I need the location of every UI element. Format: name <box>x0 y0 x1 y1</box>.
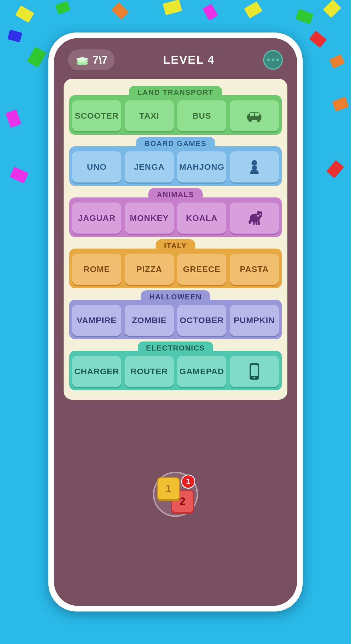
confetti-piece <box>244 1 262 19</box>
phone-frame: 7\7 LEVEL 4 LAND TRANSPORT SCOOTER TAXI … <box>48 32 303 612</box>
word-card-phone-icon[interactable] <box>230 356 279 387</box>
word-card-scooter[interactable]: SCOOTER <box>72 100 121 131</box>
layers-icon <box>75 53 89 67</box>
svg-rect-21 <box>258 221 260 225</box>
word-card-greece[interactable]: GREECE <box>177 254 226 285</box>
confetti-piece <box>15 5 34 23</box>
svg-point-6 <box>257 119 260 122</box>
category-label-board-games: BOARD GAMES <box>136 137 215 150</box>
category-board-games: BOARD GAMES UNO JENGA MAHJONG <box>69 137 281 186</box>
category-label-electronics: ELECTRONICS <box>138 341 213 355</box>
svg-rect-20 <box>255 221 257 225</box>
confetti-piece <box>329 54 345 69</box>
category-row-halloween: VAMPIRE ZOMBIE OCTOBER PUMPKIN <box>69 300 281 339</box>
svg-rect-23 <box>251 365 258 376</box>
svg-point-18 <box>257 215 259 217</box>
category-row-italy: ROME PIZZA GREECE PASTA <box>69 249 281 288</box>
word-card-taxi[interactable]: TAXI <box>125 100 174 131</box>
category-halloween: HALLOWEEN VAMPIRE ZOMBIE OCTOBER PUMPKIN <box>69 290 281 339</box>
category-row-board-games: UNO JENGA MAHJONG <box>69 146 281 186</box>
svg-point-2 <box>77 57 88 61</box>
word-card-bus[interactable]: BUS <box>177 100 226 131</box>
puzzle-button[interactable]: 1 2 1 <box>156 475 195 514</box>
word-card-pizza[interactable]: PIZZA <box>125 254 174 285</box>
svg-point-17 <box>259 214 261 215</box>
word-card-charger[interactable]: CHARGER <box>72 356 121 387</box>
confetti-piece <box>27 47 47 68</box>
category-row-animals: JAGUAR MONKEY KOALA <box>69 197 281 237</box>
category-label-halloween: HALLOWEEN <box>141 290 210 304</box>
confetti-piece <box>5 109 21 128</box>
word-card-october[interactable]: OCTOBER <box>177 305 226 336</box>
score-badge: 7\7 <box>68 49 115 70</box>
svg-rect-19 <box>253 221 255 225</box>
header: 7\7 LEVEL 4 <box>54 38 297 79</box>
confetti-piece <box>7 30 22 42</box>
category-row-land-transport: SCOOTER TAXI BUS <box>69 95 281 135</box>
confetti-piece <box>202 4 218 21</box>
svg-rect-8 <box>255 113 259 116</box>
category-animals: ANIMALS JAGUAR MONKEY KOALA <box>69 188 281 237</box>
svg-point-24 <box>253 377 255 378</box>
word-card-jenga[interactable]: JENGA <box>125 151 174 182</box>
svg-point-9 <box>252 160 257 166</box>
word-card-pumpkin[interactable]: PUMPKIN <box>230 305 279 336</box>
score-display: 7\7 <box>93 54 108 66</box>
word-card-zombie[interactable]: ZOMBIE <box>125 305 174 336</box>
svg-point-5 <box>248 119 252 122</box>
word-card-rome[interactable]: ROME <box>72 254 121 285</box>
confetti-piece <box>55 1 70 14</box>
category-row-electronics: CHARGER ROUTER GAMEPAD <box>69 351 281 390</box>
svg-marker-11 <box>250 170 258 172</box>
word-card-mahjong[interactable]: MAHJONG <box>177 151 226 182</box>
confetti-piece <box>163 0 182 15</box>
confetti-piece <box>309 31 327 48</box>
word-card-koala[interactable]: KOALA <box>177 203 226 234</box>
word-card-vampire[interactable]: VAMPIRE <box>72 305 121 336</box>
confetti-piece <box>295 9 314 25</box>
word-card-elephant-icon[interactable] <box>230 203 279 234</box>
category-italy: ITALY ROME PIZZA GREECE PASTA <box>69 239 281 288</box>
svg-rect-12 <box>250 172 259 174</box>
category-label-land-transport: LAND TRANSPORT <box>129 86 222 99</box>
word-card-gamepad[interactable]: GAMEPAD <box>177 356 226 387</box>
puzzle-tile-1: 1 <box>157 477 180 500</box>
word-card-pasta[interactable]: PASTA <box>230 254 279 285</box>
confetti-piece <box>326 160 344 178</box>
confetti-piece <box>111 2 129 20</box>
menu-dots-icon <box>267 58 279 61</box>
menu-button[interactable] <box>263 50 283 70</box>
phone-inner: 7\7 LEVEL 4 LAND TRANSPORT SCOOTER TAXI … <box>54 38 297 606</box>
level-title: LEVEL 4 <box>163 53 215 67</box>
word-card-chess-icon[interactable] <box>230 151 279 182</box>
word-card-jaguar[interactable]: JAGUAR <box>72 203 121 234</box>
category-land-transport: LAND TRANSPORT SCOOTER TAXI BUS <box>69 86 281 135</box>
confetti-piece <box>332 97 349 112</box>
confetti-piece <box>10 167 29 183</box>
category-label-italy: ITALY <box>156 239 196 253</box>
game-area: LAND TRANSPORT SCOOTER TAXI BUS <box>64 79 287 400</box>
bottom-area: 1 2 1 <box>153 400 198 606</box>
puzzle-button-circle[interactable]: 1 2 1 <box>153 472 198 517</box>
svg-rect-10 <box>252 166 257 170</box>
notification-badge: 1 <box>181 475 195 489</box>
word-card-router[interactable]: ROUTER <box>125 356 174 387</box>
confetti-piece <box>323 0 341 18</box>
word-card-car-icon[interactable] <box>230 100 279 131</box>
svg-rect-7 <box>250 113 254 116</box>
word-card-monkey[interactable]: MONKEY <box>125 203 174 234</box>
category-label-animals: ANIMALS <box>148 188 203 201</box>
word-card-uno[interactable]: UNO <box>72 151 121 182</box>
category-electronics: ELECTRONICS CHARGER ROUTER GAMEPAD <box>69 341 281 390</box>
